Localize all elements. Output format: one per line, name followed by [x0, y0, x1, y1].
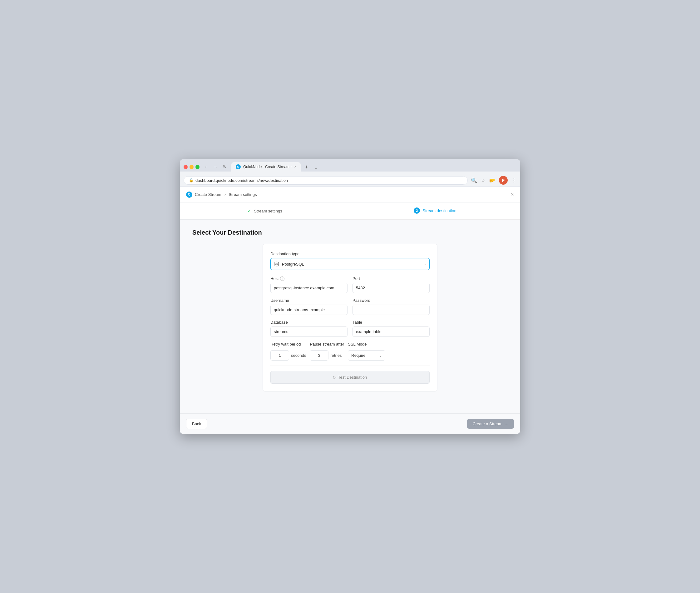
address-icons: 🔍 ☆ 🤛 F ⋮	[471, 176, 516, 185]
browser-chrome: ← → ↻ Q QuickNode - Create Stream - × + …	[180, 159, 520, 171]
ssl-mode-group: SSL Mode Require Disable Allow Prefer Ve…	[348, 342, 385, 361]
pause-stream-label: Pause stream after	[310, 342, 344, 347]
retry-wait-label: Retry wait period	[270, 342, 306, 347]
postgresql-icon	[274, 261, 279, 267]
database-table-row: Database Table	[270, 320, 430, 337]
create-stream-button[interactable]: Create a Stream →	[467, 419, 514, 429]
port-group: Port	[352, 276, 430, 293]
pause-stream-input[interactable]	[310, 350, 329, 361]
pause-stream-input-row: retries	[310, 350, 344, 361]
test-destination-label: Test Destination	[338, 375, 367, 380]
destination-type-section: Destination type PostgreSQL ⌄	[270, 251, 430, 270]
brand-logo: Q	[186, 192, 192, 198]
breadcrumb-current: Stream settings	[228, 192, 257, 197]
tab-step1-label: Stream settings	[254, 209, 282, 213]
close-traffic-light[interactable]	[184, 165, 188, 169]
browser-tab[interactable]: Q QuickNode - Create Stream - ×	[231, 162, 301, 171]
ssl-mode-select-wrapper: Require Disable Allow Prefer Verify-CA V…	[348, 350, 385, 361]
tab-stream-destination[interactable]: 2 Stream destination	[350, 202, 520, 219]
host-group: Host i	[270, 276, 348, 293]
tab-close-button[interactable]: ×	[294, 165, 296, 169]
username-password-row: Username Password	[270, 298, 430, 315]
ssl-mode-select[interactable]: Require Disable Allow Prefer Verify-CA V…	[348, 350, 385, 361]
breadcrumb-separator: >	[224, 192, 226, 197]
retry-wait-unit: seconds	[291, 353, 306, 358]
new-tab-button[interactable]: +	[302, 163, 311, 171]
step1-check-icon: ✓	[248, 208, 251, 213]
svg-point-0	[275, 262, 278, 263]
test-destination-icon: ▷	[333, 375, 336, 380]
test-destination-button[interactable]: ▷ Test Destination	[270, 371, 430, 384]
step2-number: 2	[414, 207, 420, 214]
password-input[interactable]	[352, 305, 430, 315]
brand-logo-text: Q	[188, 193, 190, 196]
password-label: Password	[352, 298, 430, 303]
close-button[interactable]: ×	[511, 191, 514, 198]
password-group: Password	[352, 298, 430, 315]
address-bar[interactable]: 🔒 dashboard.quicknode.com/streams/new/de…	[184, 176, 468, 185]
tab-step2-label: Stream destination	[423, 208, 456, 213]
host-label: Host i	[270, 276, 348, 281]
table-label: Table	[352, 320, 430, 325]
destination-type-value: PostgreSQL	[282, 262, 304, 267]
page-content: Q Create Stream > Stream settings × ✓ St…	[180, 187, 520, 434]
retry-wait-input[interactable]	[270, 350, 289, 361]
back-nav-button[interactable]: ←	[203, 163, 210, 170]
pause-stream-unit: retries	[330, 353, 342, 358]
retry-wait-group: Retry wait period seconds	[270, 342, 306, 361]
breadcrumb: Q Create Stream > Stream settings	[186, 192, 257, 198]
destination-type-select[interactable]: PostgreSQL ⌄	[270, 258, 430, 270]
browser-window: ← → ↻ Q QuickNode - Create Stream - × + …	[180, 159, 520, 434]
breadcrumb-create-stream[interactable]: Create Stream	[195, 192, 221, 197]
create-stream-label: Create a Stream	[473, 422, 502, 426]
table-input[interactable]	[352, 326, 430, 337]
username-group: Username	[270, 298, 348, 315]
extensions-icon[interactable]: 🤛	[489, 177, 495, 184]
tab-title: QuickNode - Create Stream -	[243, 165, 292, 169]
page-title: Select Your Destination	[192, 229, 508, 236]
host-info-icon[interactable]: i	[280, 277, 285, 281]
user-avatar[interactable]: F	[499, 176, 508, 185]
url-text: dashboard.quicknode.com/streams/new/dest…	[195, 178, 288, 183]
destination-type-select-wrapper: PostgreSQL ⌄	[270, 258, 430, 270]
pause-stream-group: Pause stream after retries	[310, 342, 344, 361]
minimize-traffic-light[interactable]	[189, 165, 193, 169]
retry-wait-input-row: seconds	[270, 350, 306, 361]
form-card: Destination type PostgreSQL ⌄	[263, 244, 437, 392]
database-label: Database	[270, 320, 348, 325]
username-input[interactable]	[270, 305, 348, 315]
step-tabs: ✓ Stream settings 2 Stream destination	[180, 202, 520, 220]
database-input[interactable]	[270, 326, 348, 337]
port-label: Port	[352, 276, 430, 281]
destination-type-chevron-icon: ⌄	[423, 262, 426, 266]
bookmark-icon[interactable]: ☆	[481, 177, 485, 184]
tab-stream-settings[interactable]: ✓ Stream settings	[180, 202, 350, 219]
address-bar-row: 🔒 dashboard.quicknode.com/streams/new/de…	[180, 174, 520, 187]
forward-nav-button[interactable]: →	[212, 163, 219, 170]
table-group: Table	[352, 320, 430, 337]
security-icon: 🔒	[189, 178, 193, 183]
tab-dropdown-button[interactable]: ⌄	[312, 165, 320, 171]
host-port-row: Host i Port	[270, 276, 430, 293]
destination-type-label: Destination type	[270, 251, 430, 256]
main-area: Select Your Destination Destination type…	[180, 220, 520, 401]
port-input[interactable]	[352, 283, 430, 293]
back-button[interactable]: Back	[186, 419, 207, 429]
page-header: Q Create Stream > Stream settings ×	[180, 187, 520, 202]
search-icon[interactable]: 🔍	[471, 177, 477, 184]
nav-buttons: ← → ↻	[203, 163, 228, 170]
page-footer: Back Create a Stream →	[180, 413, 520, 434]
database-group: Database	[270, 320, 348, 337]
tab-bar: Q QuickNode - Create Stream - × + ⌄	[231, 162, 320, 171]
menu-icon[interactable]: ⋮	[512, 177, 516, 184]
reload-button[interactable]: ↻	[221, 163, 228, 170]
username-label: Username	[270, 298, 348, 303]
maximize-traffic-light[interactable]	[195, 165, 200, 169]
retry-pause-ssl-row: Retry wait period seconds Pause stream a…	[270, 342, 430, 361]
tab-favicon: Q	[236, 164, 241, 169]
create-stream-arrow-icon: →	[504, 422, 508, 426]
traffic-lights	[184, 165, 200, 169]
ssl-mode-label: SSL Mode	[348, 342, 385, 347]
host-input[interactable]	[270, 283, 348, 293]
divider	[270, 365, 430, 366]
